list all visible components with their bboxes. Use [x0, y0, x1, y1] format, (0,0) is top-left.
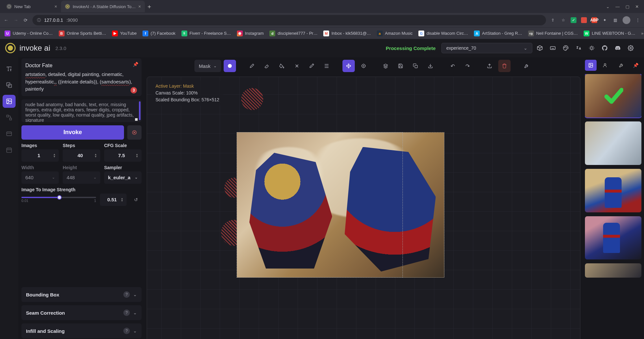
undo-icon[interactable]: ↶ [446, 60, 459, 72]
move-icon[interactable] [342, 60, 355, 72]
eraser-icon[interactable] [261, 60, 273, 72]
nodes-tab[interactable] [3, 111, 16, 124]
gear-icon[interactable] [625, 43, 636, 54]
bookmark-item[interactable]: AArtStation - Greg R… [474, 31, 522, 36]
gallery-thumbnail[interactable] [585, 169, 641, 212]
help-icon[interactable]: ? [123, 309, 130, 316]
bookmark-item[interactable]: aAmazon Music [377, 31, 413, 36]
cube-icon[interactable] [534, 43, 545, 54]
bookmark-item[interactable]: UUdemy - Online Co… [5, 31, 53, 36]
bookmark-star-icon[interactable]: ☆ [560, 17, 566, 23]
gallery-thumbnail[interactable] [585, 216, 641, 260]
copy-canvas-icon[interactable] [409, 60, 422, 72]
gallery-thumbnail[interactable] [585, 121, 641, 165]
bookmark-item[interactable]: WLINE WEBTOON - G… [584, 31, 635, 36]
extension-icon[interactable]: ✓ [571, 17, 576, 23]
bookmarks-overflow-icon[interactable]: » [641, 31, 643, 36]
cancel-button[interactable] [127, 125, 142, 140]
bug-icon[interactable] [586, 43, 597, 54]
share-icon[interactable]: ⇪ [550, 17, 556, 23]
fill-icon[interactable] [276, 60, 288, 72]
keyboard-icon[interactable] [547, 43, 558, 54]
browser-tab[interactable]: New Tab × [3, 1, 61, 12]
stepper-arrows-icon[interactable]: ▲▼ [53, 153, 56, 158]
browser-tab[interactable]: InvokeAI - A Stable Diffusion To… × [61, 1, 145, 12]
kebab-menu-icon[interactable]: ⋮ [635, 17, 641, 23]
minimize-icon[interactable]: — [615, 4, 620, 9]
new-tab-button[interactable]: ＋ [145, 2, 154, 11]
close-icon[interactable]: × [138, 4, 141, 9]
bookmark-item[interactable]: f(7) Facebook [142, 31, 176, 36]
bookmark-item[interactable]: ▶YouTube [112, 31, 137, 36]
unified-canvas-tab[interactable] [3, 95, 16, 108]
sampler-select[interactable]: k_euler_a⌄ [104, 171, 142, 184]
gallery-thumbnail[interactable] [585, 263, 641, 278]
text-to-image-tab[interactable] [3, 62, 16, 75]
gallery-pin-icon[interactable]: 📌 [630, 60, 641, 71]
negative-prompt[interactable]: nude bad anatomy, bad hands, text, error… [21, 99, 142, 122]
merge-layers-icon[interactable] [379, 60, 392, 72]
redo-icon[interactable]: ↷ [461, 60, 474, 72]
width-select[interactable]: 640⌄ [21, 171, 59, 184]
training-tab[interactable] [3, 144, 16, 157]
bookmark-item[interactable]: cgNeil Fontaine | CGS… [528, 31, 578, 36]
layer-select[interactable]: Mask⌄ [194, 60, 221, 72]
infill-scaling-accordion[interactable]: Infill and Scaling?⌄ [21, 323, 142, 338]
profile-avatar[interactable] [623, 16, 630, 24]
extensions-puzzle-icon[interactable]: ✦ [602, 17, 608, 23]
bookmark-item[interactable]: Gdisable Wacom Circ… [418, 31, 468, 36]
bookmark-item[interactable]: fiFiverr - Freelance S… [181, 31, 231, 36]
stepper-arrows-icon[interactable]: ▲▼ [94, 153, 97, 158]
back-icon[interactable]: ← [3, 17, 9, 23]
i2i-strength-input[interactable]: ▲▼ [100, 194, 127, 206]
github-icon[interactable] [599, 43, 610, 54]
upload-icon[interactable] [483, 60, 496, 72]
forward-icon[interactable]: → [13, 17, 19, 23]
gallery-settings-icon[interactable] [615, 60, 627, 71]
brush-icon[interactable] [246, 60, 258, 72]
help-icon[interactable]: ? [123, 291, 130, 298]
stepper-arrows-icon[interactable]: ▲▼ [136, 153, 138, 158]
eyedropper-icon[interactable] [305, 60, 318, 72]
images-input[interactable]: ▲▼ [21, 149, 59, 162]
gallery-thumbnail[interactable] [585, 74, 641, 118]
reset-view-icon[interactable] [357, 60, 370, 72]
trash-icon[interactable] [498, 60, 511, 72]
brush-options-icon[interactable]: ☰ [320, 60, 333, 72]
height-select[interactable]: 448⌄ [63, 171, 100, 184]
site-info-icon[interactable]: ⓘ [37, 18, 41, 23]
help-icon[interactable]: ? [123, 328, 130, 334]
clear-mask-icon[interactable]: ✕ [291, 60, 303, 72]
extension-abp-icon[interactable]: ABP [591, 17, 597, 23]
palette-icon[interactable] [560, 43, 571, 54]
bookmark-item[interactable]: MInbox - klk56831@… [323, 31, 371, 36]
language-icon[interactable] [573, 43, 584, 54]
reset-icon[interactable]: ↺ [130, 194, 142, 205]
side-panel-icon[interactable]: ▥ [612, 17, 618, 23]
seam-correction-accordion[interactable]: Seam Correction?⌄ [21, 305, 142, 320]
save-canvas-icon[interactable] [394, 60, 407, 72]
reload-icon[interactable]: ⟳ [23, 17, 29, 23]
postprocess-tab[interactable] [3, 127, 16, 140]
pin-icon[interactable]: 📌 [133, 61, 138, 68]
download-icon[interactable] [424, 60, 437, 72]
canvas-stage[interactable]: Active Layer: Mask Canvas Scale: 100% Sc… [147, 77, 580, 339]
image-to-image-tab[interactable] [3, 79, 16, 92]
maximize-icon[interactable]: ▢ [625, 4, 629, 9]
mask-color-icon[interactable] [224, 60, 236, 72]
slider-thumb[interactable] [57, 195, 62, 200]
close-icon[interactable]: × [55, 4, 57, 9]
discord-icon[interactable] [612, 43, 623, 54]
bounding-box-accordion[interactable]: Bounding Box?⌄ [21, 287, 142, 302]
steps-input[interactable]: ▲▼ [63, 149, 100, 162]
invoke-button[interactable]: Invoke [21, 125, 124, 140]
stepper-arrows-icon[interactable]: ▲▼ [121, 197, 123, 202]
i2i-strength-slider[interactable] [21, 197, 96, 198]
close-icon[interactable]: ✕ [635, 4, 639, 9]
bounding-box-frame[interactable] [237, 132, 403, 278]
gallery-results-icon[interactable] [585, 60, 597, 71]
chevron-down-icon[interactable]: ⌄ [606, 4, 610, 9]
address-bar[interactable]: ⓘ 127.0.0.1:9090 [32, 15, 546, 25]
positive-prompt[interactable]: 📌 Doctor Fate artstation, detailed, digi… [21, 58, 142, 96]
bookmark-item[interactable]: BOnline Sports Betti… [59, 31, 106, 36]
